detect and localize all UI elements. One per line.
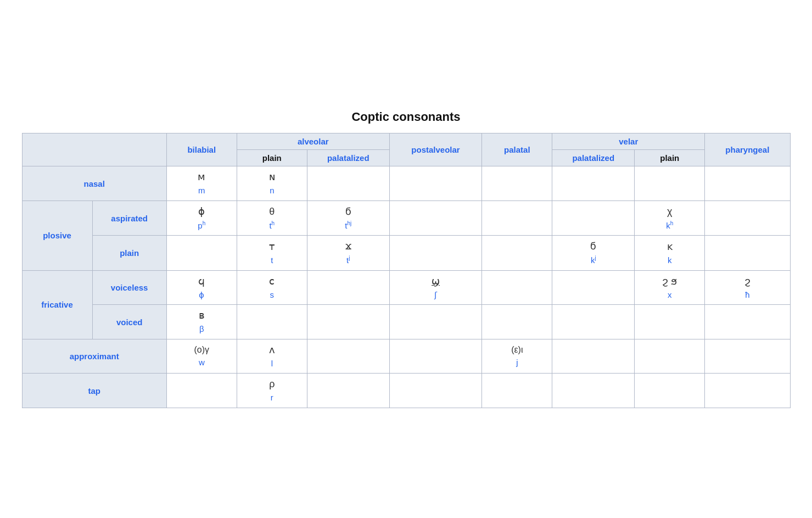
plos-asp-postalv xyxy=(389,200,482,236)
page-title: Coptic consonants xyxy=(22,110,791,124)
plos-asp-alv-plain: θth xyxy=(237,200,307,236)
aspirated-label: aspirated xyxy=(92,200,166,236)
approx-postalv xyxy=(389,339,482,374)
approx-bilabial: (ο)γw xyxy=(166,339,237,374)
fric-v-palatal xyxy=(482,305,552,339)
plosive-plain-row: plain ᴛt ϫtj ϭkj ᴋk xyxy=(22,236,790,271)
velar-header: velar xyxy=(552,133,705,150)
tap-alv-pal xyxy=(307,374,389,408)
voiced-label: voiced xyxy=(92,305,166,339)
plosive-plain-label: plain xyxy=(92,236,166,271)
velar-palatalized-header: palatalized xyxy=(552,150,635,166)
postalveolar-header: postalveolar xyxy=(389,133,482,166)
alveolar-header: alveolar xyxy=(237,133,389,150)
empty-header xyxy=(22,133,166,166)
plos-plain-postalv xyxy=(389,236,482,271)
consonants-table: bilabial alveolar postalveolar palatal v… xyxy=(22,133,791,408)
nasal-postalveolar xyxy=(389,166,482,201)
plos-plain-bilabial xyxy=(166,236,237,271)
fric-vl-postalv: ϣʃ xyxy=(389,270,482,305)
plosive-aspirated-row: plosive aspirated ϕph θth ϭthj χkh xyxy=(22,200,790,236)
fric-vl-alv-pal xyxy=(307,270,389,305)
plosive-label: plosive xyxy=(22,200,92,270)
approx-velar-plain xyxy=(635,339,705,374)
palatal-header: palatal xyxy=(482,133,552,166)
nasal-pharyngeal xyxy=(705,166,790,201)
plos-plain-alv-plain: ᴛt xyxy=(237,236,307,271)
nasal-alveolar-plain: ɴn xyxy=(237,166,307,201)
alveolar-palatalized-header: palatalized xyxy=(307,150,389,166)
fric-vl-pharyngeal: ϩħ xyxy=(705,270,790,305)
plos-plain-velar-pal: ϭkj xyxy=(552,236,635,271)
fric-v-postalv xyxy=(389,305,482,339)
approx-velar-pal xyxy=(552,339,635,374)
nasal-palatal xyxy=(482,166,552,201)
fric-v-bilabial: ʙβ xyxy=(166,305,237,339)
nasal-row: nasal ᴍm ɴn xyxy=(22,166,790,201)
fric-v-pharyngeal xyxy=(705,305,790,339)
fricative-voiced-row: voiced ʙβ xyxy=(22,305,790,339)
plos-plain-alv-pal: ϫtj xyxy=(307,236,389,271)
approx-alv-plain: ʌl xyxy=(237,339,307,374)
nasal-alveolar-pal xyxy=(307,166,389,201)
fric-v-alv-pal xyxy=(307,305,389,339)
alveolar-plain-header: plain xyxy=(237,150,307,166)
fric-vl-velar-pal xyxy=(552,270,635,305)
tap-bilabial xyxy=(166,374,237,408)
plos-plain-pharyngeal xyxy=(705,236,790,271)
approx-pharyngeal xyxy=(705,339,790,374)
tap-velar-plain xyxy=(635,374,705,408)
nasal-bilabial: ᴍm xyxy=(166,166,237,201)
approximant-row: approximant (ο)γw ʌl (ε)ιj xyxy=(22,339,790,374)
approx-alv-pal xyxy=(307,339,389,374)
tap-pharyngeal xyxy=(705,374,790,408)
nasal-velar-pal xyxy=(552,166,635,201)
velar-plain-header: plain xyxy=(635,150,705,166)
fric-vl-alv-plain: ᴄs xyxy=(237,270,307,305)
plos-asp-velar-pal xyxy=(552,200,635,236)
tap-postalv xyxy=(389,374,482,408)
plos-plain-palatal xyxy=(482,236,552,271)
tap-row: tap ρr xyxy=(22,374,790,408)
approximant-label: approximant xyxy=(22,339,166,374)
tap-palatal xyxy=(482,374,552,408)
tap-alv-plain: ρr xyxy=(237,374,307,408)
approx-palatal: (ε)ιj xyxy=(482,339,552,374)
tap-velar-pal xyxy=(552,374,635,408)
fricative-voiceless-row: fricative voiceless ϥɸ ᴄs ϣʃ ϩ ϧx ϩħ xyxy=(22,270,790,305)
pharyngeal-header: pharyngeal xyxy=(705,133,790,166)
fric-vl-bilabial: ϥɸ xyxy=(166,270,237,305)
fric-v-alv-plain xyxy=(237,305,307,339)
fric-v-velar-pal xyxy=(552,305,635,339)
plos-plain-velar-plain: ᴋk xyxy=(635,236,705,271)
plos-asp-velar-plain: χkh xyxy=(635,200,705,236)
plos-asp-pharyngeal xyxy=(705,200,790,236)
plos-asp-alv-pal: ϭthj xyxy=(307,200,389,236)
fric-v-velar-plain xyxy=(635,305,705,339)
tap-label: tap xyxy=(22,374,166,408)
fric-vl-velar-plain: ϩ ϧx xyxy=(635,270,705,305)
plos-asp-bilabial: ϕph xyxy=(166,200,237,236)
bilabial-header: bilabial xyxy=(166,133,237,166)
nasal-label: nasal xyxy=(22,166,166,201)
nasal-velar-plain xyxy=(635,166,705,201)
voiceless-label: voiceless xyxy=(92,270,166,305)
fricative-label: fricative xyxy=(22,270,92,339)
plos-asp-palatal xyxy=(482,200,552,236)
fric-vl-palatal xyxy=(482,270,552,305)
header-row-1: bilabial alveolar postalveolar palatal v… xyxy=(22,133,790,150)
